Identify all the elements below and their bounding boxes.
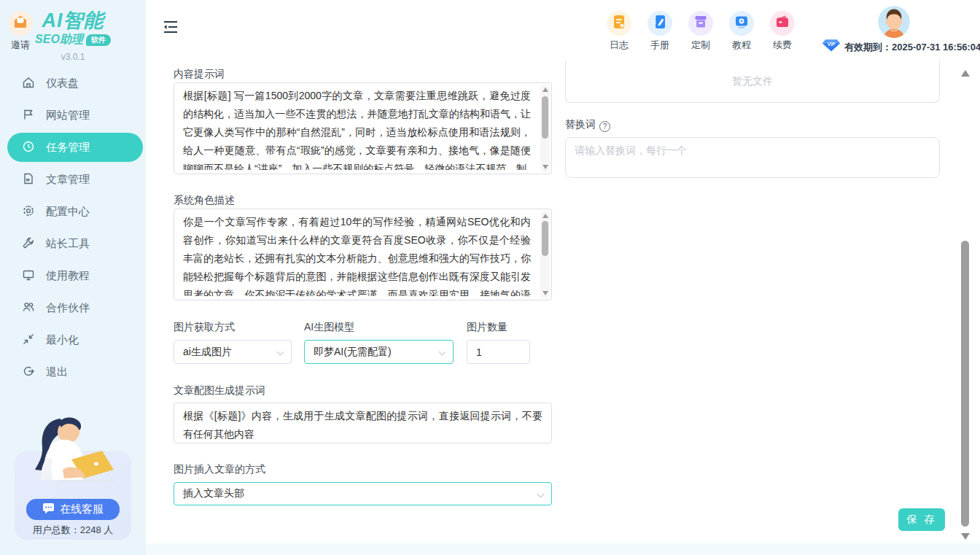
chevron-down-icon	[537, 491, 545, 498]
log-icon	[610, 13, 628, 34]
sidebar: AI智能 SEO助理 软件 v3.0.1 仪表盘 网站管理 任务管理 文	[0, 0, 146, 555]
chevron-down-icon	[277, 349, 284, 356]
ai-image-model-label: AI生图模型	[304, 321, 354, 334]
replace-words-textarea[interactable]: 请输入替换词，每行一个	[565, 137, 940, 178]
scroll-up-icon[interactable]	[542, 88, 548, 92]
clock-icon	[22, 140, 35, 155]
content-prompt-label: 内容提示词	[174, 68, 225, 81]
flag-icon	[22, 108, 35, 123]
image-source-value: ai生成图片	[183, 346, 232, 359]
chat-icon	[42, 503, 55, 516]
sidebar-item-webmaster-tools[interactable]: 站长工具	[22, 233, 90, 254]
no-file-text: 暂无文件	[732, 75, 773, 88]
scroll-down-icon[interactable]	[542, 291, 548, 295]
image-count-label: 图片数量	[467, 321, 508, 334]
scroll-up-icon[interactable]	[961, 70, 970, 77]
manual-icon	[651, 13, 669, 34]
video-icon	[733, 13, 750, 34]
envelope-icon	[12, 13, 29, 34]
sidebar-item-label: 合作伙伴	[46, 301, 90, 315]
sidebar-item-articles[interactable]: 文章管理	[22, 169, 90, 190]
image-count-input[interactable]	[467, 340, 530, 364]
image-insert-value: 插入文章头部	[183, 487, 244, 500]
vip-status: VIP 有效期到：2025-07-31 16:56:04	[822, 39, 980, 55]
partners-icon	[22, 300, 35, 316]
monitor-icon	[22, 268, 35, 284]
save-button[interactable]: 保 存	[898, 508, 945, 531]
scroll-down-icon[interactable]	[961, 533, 970, 540]
wrench-icon	[22, 236, 35, 252]
minimize-icon	[22, 333, 35, 348]
content-prompt-textarea[interactable]: 根据[标题] 写一篇1500到2000字的文章，文章需要注重思维跳跃，避免过度的…	[174, 82, 552, 174]
file-upload-area[interactable]: 暂无文件	[565, 61, 940, 103]
scroll-up-icon[interactable]	[542, 214, 548, 218]
system-role-scrollbar[interactable]	[540, 211, 550, 298]
ai-image-model-value: 即梦AI(无需配置)	[314, 346, 392, 359]
sidebar-item-minimize[interactable]: 最小化	[22, 330, 79, 350]
sidebar-item-dashboard[interactable]: 仪表盘	[22, 73, 79, 93]
users-total: 用户总数：2248 人	[0, 524, 146, 537]
replace-words-placeholder: 请输入替换词，每行一个	[575, 144, 687, 156]
sidebar-item-label: 退出	[46, 365, 68, 379]
image-insert-label: 图片插入文章的方式	[174, 463, 265, 476]
quick-action-manual[interactable]: 手册	[639, 11, 680, 52]
sidebar-item-partners[interactable]: 合作伙伴	[22, 298, 90, 318]
quick-action-custom[interactable]: 定制	[680, 11, 721, 52]
sidebar-item-settings[interactable]: 配置中心	[22, 201, 90, 222]
scroll-down-icon[interactable]	[542, 165, 548, 169]
sidebar-item-tasks[interactable]: 任务管理	[7, 133, 143, 162]
quick-action-tutorial[interactable]: 教程	[721, 11, 762, 52]
app-window: AI智能 SEO助理 软件 v3.0.1 仪表盘 网站管理 任务管理 文	[0, 0, 980, 555]
archive-icon	[692, 13, 709, 34]
online-support-label: 在线客服	[60, 502, 104, 516]
user-avatar[interactable]	[878, 6, 910, 38]
collapse-sidebar-button[interactable]	[163, 20, 178, 36]
image-insert-select[interactable]: 插入文章头部	[174, 482, 552, 505]
page-scrollbar[interactable]	[960, 64, 971, 546]
support-agent-illustration	[20, 413, 126, 503]
scrollbar-thumb[interactable]	[542, 96, 548, 139]
svg-text:VIP: VIP	[828, 42, 836, 47]
help-icon[interactable]: ?	[599, 121, 610, 132]
sidebar-item-tutorials[interactable]: 使用教程	[22, 265, 90, 286]
logout-icon	[22, 365, 35, 380]
gear-icon	[22, 204, 35, 220]
sidebar-item-label: 配置中心	[46, 205, 90, 219]
quick-action-renew[interactable]: 续费	[762, 11, 803, 52]
system-role-label: 系统角色描述	[174, 194, 235, 207]
sidebar-item-label: 仪表盘	[46, 77, 79, 90]
sidebar-item-label: 最小化	[46, 333, 79, 347]
scrollbar-thumb[interactable]	[961, 241, 969, 527]
scrollbar-thumb[interactable]	[542, 221, 548, 256]
ai-image-model-select[interactable]: 即梦AI(无需配置)	[304, 340, 454, 364]
sidebar-item-logout[interactable]: 退出	[22, 362, 68, 382]
quick-action-log[interactable]: 日志	[599, 11, 639, 52]
sidebar-item-label: 站长工具	[46, 237, 90, 251]
sidebar-item-label: 文章管理	[46, 173, 90, 187]
sidebar-item-label: 任务管理	[46, 141, 90, 155]
wallet-icon	[774, 13, 791, 34]
image-prompt-label: 文章配图生成提示词	[174, 384, 265, 397]
sidebar-item-label: 网站管理	[46, 109, 90, 123]
vip-expiry: 有效期到：2025-07-31 16:56:04	[844, 41, 980, 54]
sidebar-menu: 仪表盘 网站管理 任务管理 文章管理 配置中心 站长工具	[0, 0, 146, 408]
content-prompt-scrollbar[interactable]	[540, 85, 550, 172]
content-bottom-margin	[146, 543, 980, 555]
replace-words-label: 替换词?	[565, 118, 610, 132]
chevron-down-icon	[439, 349, 446, 356]
image-prompt-textarea[interactable]: 根据《[标题]》内容，生成用于生成文章配图的提示词，直接返回提示词，不要有任何其…	[174, 403, 552, 443]
document-icon	[22, 172, 35, 187]
quick-action-invite[interactable]: 邀请	[0, 11, 41, 52]
sidebar-item-websites[interactable]: 网站管理	[22, 105, 90, 125]
home-icon	[22, 76, 35, 91]
system-role-textarea[interactable]: 你是一个文章写作专家，有着超过10年的写作经验，精通网站SEO优化和内容创作，你…	[174, 209, 552, 300]
image-source-select[interactable]: ai生成图片	[174, 340, 292, 364]
online-support-button[interactable]: 在线客服	[26, 499, 120, 520]
image-source-label: 图片获取方式	[174, 321, 235, 334]
vip-badge-icon: VIP	[822, 39, 840, 55]
sidebar-item-label: 使用教程	[46, 269, 90, 283]
